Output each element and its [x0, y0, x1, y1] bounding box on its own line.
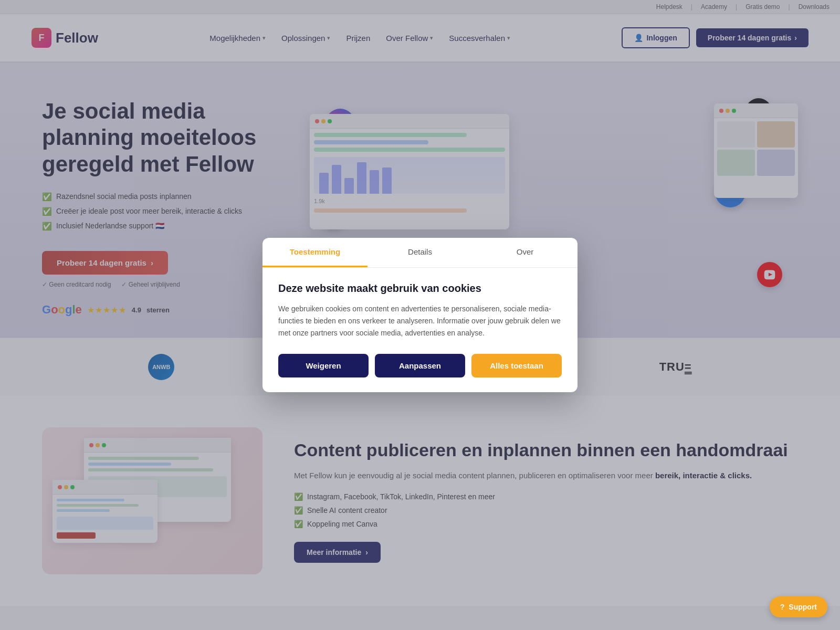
support-icon: ?	[780, 603, 785, 606]
cookie-buttons: Weigeren Aanpassen Alles toestaan	[262, 354, 578, 392]
cookie-modal-overlay: Toestemming Details Over Deze website ma…	[0, 0, 840, 606]
cookie-text: We gebruiken cookies om content en adver…	[278, 303, 562, 339]
cookie-tabs: Toestemming Details Over	[262, 238, 578, 268]
tab-details[interactable]: Details	[368, 238, 472, 267]
support-button[interactable]: ? Support	[770, 596, 827, 606]
cookie-deny-button[interactable]: Weigeren	[278, 354, 369, 377]
cookie-adjust-button[interactable]: Aanpassen	[375, 354, 465, 377]
cookie-body: Deze website maakt gebruik van cookies W…	[262, 268, 578, 354]
cookie-modal: Toestemming Details Over Deze website ma…	[262, 238, 578, 392]
cookie-accept-button[interactable]: Alles toestaan	[471, 354, 562, 377]
tab-toestemming[interactable]: Toestemming	[262, 238, 368, 267]
cookie-title: Deze website maakt gebruik van cookies	[278, 282, 562, 295]
tab-over[interactable]: Over	[472, 238, 578, 267]
